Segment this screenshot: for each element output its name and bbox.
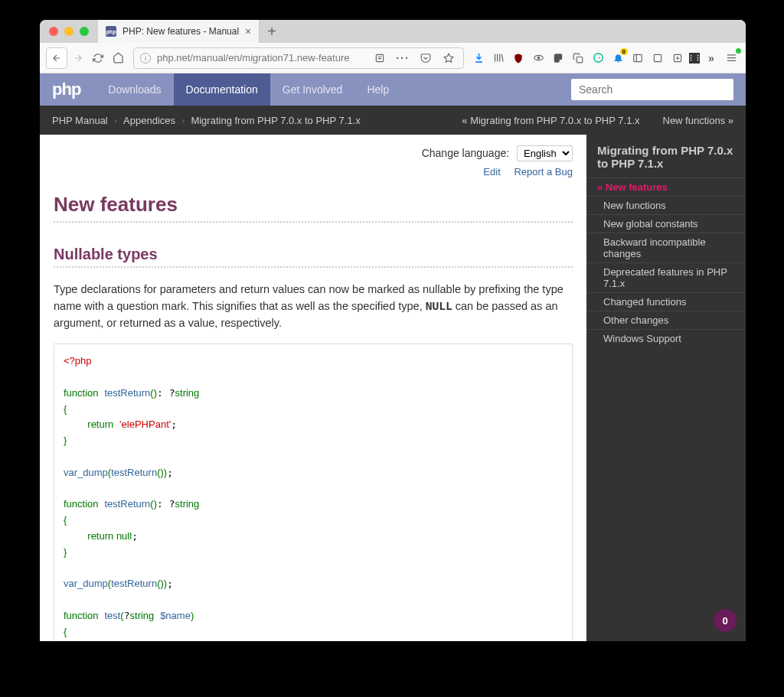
next-page-link[interactable]: New functions » — [663, 115, 734, 126]
nav-help[interactable]: Help — [354, 73, 401, 106]
breadcrumb-item[interactable]: Migrating from PHP 7.0.x to PHP 7.1.x — [191, 115, 360, 126]
php-favicon-icon: php — [106, 26, 116, 37]
browser-toolbar: i php.net/manual/en/migration71.new-feat… — [40, 43, 746, 73]
app-square-icon[interactable]: ⋮⋮ — [689, 53, 700, 64]
new-tab-button[interactable]: + — [260, 23, 284, 41]
reload-button[interactable] — [89, 47, 107, 69]
sidebar-nav: Migrating from PHP 7.0.x to PHP 7.1.x Ne… — [586, 135, 746, 641]
page-feedback-count[interactable]: 0 — [714, 609, 737, 632]
copy-icon[interactable] — [570, 50, 586, 67]
nav-get-involved[interactable]: Get Involved — [270, 73, 355, 106]
chevron-right-icon: › — [181, 115, 185, 126]
minimize-window-icon[interactable] — [64, 27, 74, 36]
svg-point-11 — [593, 54, 602, 62]
sidebar-item[interactable]: New global constants — [586, 214, 746, 233]
close-window-icon[interactable] — [49, 27, 58, 36]
svg-point-9 — [537, 57, 540, 59]
notification-icon[interactable]: 0 — [609, 50, 626, 67]
notification-badge: 0 — [620, 48, 628, 55]
section-heading: Nullable types — [54, 246, 573, 268]
plus-square-icon[interactable] — [669, 50, 686, 67]
code-block: <?php function testReturn(): ?string { r… — [54, 344, 573, 641]
svg-rect-14 — [654, 54, 661, 61]
change-language-label: Change language: — [422, 147, 509, 159]
breadcrumb-bar: PHP Manual › Appendices › Migrating from… — [40, 106, 746, 135]
sidebar-item[interactable]: Backward incompatible changes — [586, 233, 746, 262]
tab-bar: php PHP: New features - Manual × + — [40, 20, 746, 43]
overflow-icon[interactable]: » — [703, 50, 720, 67]
svg-rect-12 — [634, 54, 642, 61]
sidebar-icon[interactable] — [629, 50, 646, 67]
sidebar-item-current[interactable]: New features — [586, 178, 746, 196]
svg-line-7 — [501, 54, 503, 61]
bookmark-star-icon[interactable] — [440, 50, 457, 67]
forward-button[interactable] — [69, 47, 87, 69]
sidebar-heading: Migrating from PHP 7.0.x to PHP 7.1.x — [586, 144, 746, 178]
toolbar-extensions: 0 ⋮⋮ » — [470, 50, 740, 67]
page-title: New features — [54, 193, 573, 223]
library-icon[interactable] — [490, 50, 507, 67]
pocket-icon[interactable] — [417, 50, 434, 67]
url-text: php.net/manual/en/migration71.new-featur… — [157, 52, 365, 64]
edit-link[interactable]: Edit — [483, 166, 500, 178]
nav-downloads[interactable]: Downloads — [96, 73, 173, 106]
breadcrumb-item[interactable]: Appendices — [123, 115, 175, 126]
evernote-icon[interactable] — [550, 50, 567, 67]
search-input[interactable] — [571, 79, 733, 100]
sidebar-item[interactable]: New functions — [586, 196, 746, 214]
sidebar-item[interactable]: Changed functions — [586, 292, 746, 311]
reader-mode-icon[interactable] — [371, 50, 388, 67]
downloads-icon[interactable] — [470, 50, 487, 67]
page-actions-icon[interactable]: ··· — [394, 50, 411, 67]
report-bug-link[interactable]: Report a Bug — [514, 166, 573, 178]
svg-marker-3 — [444, 54, 453, 62]
svg-rect-10 — [577, 57, 583, 63]
sidebar-item[interactable]: Deprecated features in PHP 7.1.x — [586, 262, 746, 292]
chevron-right-icon: › — [114, 115, 117, 126]
nav-documentation[interactable]: Documentation — [174, 73, 270, 106]
tab-title: PHP: New features - Manual — [122, 26, 239, 37]
eye-icon[interactable] — [530, 50, 547, 67]
ublock-icon[interactable] — [510, 50, 527, 67]
menu-button[interactable] — [723, 50, 740, 67]
document-content: Change language: English Edit Report a B… — [40, 135, 586, 641]
paragraph: Type declarations for parameters and ret… — [54, 282, 573, 331]
language-select[interactable]: English — [517, 145, 573, 161]
breadcrumb-item[interactable]: PHP Manual — [52, 115, 108, 126]
url-bar[interactable]: i php.net/manual/en/migration71.new-feat… — [133, 47, 464, 69]
maximize-window-icon[interactable] — [80, 27, 89, 36]
php-logo[interactable]: php — [52, 80, 80, 99]
sidebar-item[interactable]: Windows Support — [586, 329, 746, 347]
grammarly-icon[interactable] — [590, 50, 606, 67]
language-selector-row: Change language: English — [54, 145, 573, 161]
site-nav: php Downloads Documentation Get Involved… — [40, 73, 746, 106]
container-icon[interactable] — [649, 50, 666, 67]
null-keyword: NULL — [426, 300, 452, 312]
prev-page-link[interactable]: « Migrating from PHP 7.0.x to PHP 7.1.x — [462, 115, 639, 126]
window-controls — [40, 27, 98, 36]
back-button[interactable] — [46, 47, 67, 69]
home-button[interactable] — [109, 47, 127, 69]
sidebar-item[interactable]: Other changes — [586, 311, 746, 329]
tab-close-icon[interactable]: × — [245, 25, 251, 37]
browser-tab[interactable]: php PHP: New features - Manual × — [98, 20, 260, 43]
site-info-icon[interactable]: i — [140, 53, 151, 64]
